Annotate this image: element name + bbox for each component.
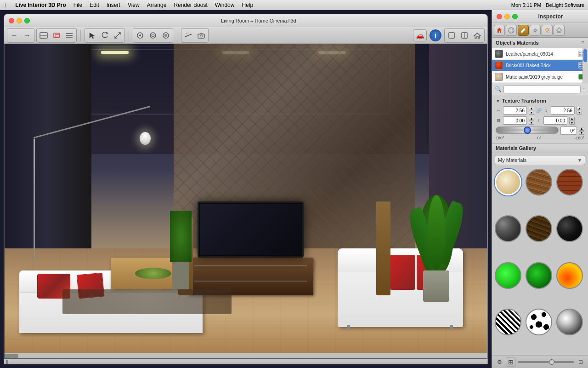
scale-x-down[interactable]: ▼ (529, 111, 534, 115)
window-resize-handle[interactable]: ||| (6, 359, 10, 364)
car-button[interactable]: 🚗 (413, 29, 427, 41)
tt-collapse-icon[interactable]: ▼ (496, 98, 500, 104)
inspector-tab-materials[interactable] (518, 25, 529, 36)
menu-help[interactable]: Help (242, 2, 253, 8)
menu-window[interactable]: Window (215, 2, 235, 8)
menu-arrange[interactable]: Arrange (147, 2, 167, 8)
menu-view[interactable]: View (128, 2, 140, 8)
viewport-3d[interactable] (4, 44, 487, 359)
material-item-brick[interactable]: Brick/001 Baked Brick (492, 60, 588, 71)
viewport-scrollbar[interactable] (5, 353, 487, 358)
select-button[interactable] (86, 29, 98, 41)
inspector-view-button[interactable]: ⊡ (576, 357, 585, 367)
material-item-matte[interactable]: Matte paint/1019 grey beige (492, 71, 588, 83)
point-button[interactable] (134, 29, 146, 41)
filter-input[interactable] (503, 85, 581, 93)
view-3d-button[interactable] (51, 29, 62, 41)
view-list-button[interactable] (63, 29, 75, 41)
scale-x-up[interactable]: ▲ (529, 107, 534, 110)
gallery-item-1[interactable] (495, 169, 521, 196)
inspector-close[interactable] (497, 14, 502, 19)
material-item-leather[interactable]: Leather/pamela_09014 (492, 48, 588, 60)
angle-slider-track[interactable] (496, 126, 559, 134)
dropdown-arrow-icon: ▼ (577, 158, 582, 163)
gallery-item-8[interactable] (526, 262, 552, 289)
offset-y-input[interactable] (543, 116, 567, 125)
inspector-tab-lighting[interactable] (542, 25, 553, 36)
angle-min-label: 180° (496, 136, 504, 140)
gallery-item-10[interactable] (495, 309, 521, 335)
inspector-bottom-bar: ⚙ ⊞ ⊡ (492, 355, 588, 368)
inspector-tab-object[interactable] (506, 25, 517, 36)
gallery-item-5[interactable] (526, 215, 552, 242)
layout-2-button[interactable] (458, 29, 470, 41)
inspector-zoom[interactable] (512, 14, 518, 19)
inspector-add-button[interactable]: ⊞ (506, 357, 516, 367)
layout-1-button[interactable] (446, 29, 458, 41)
gallery-item-3[interactable] (556, 169, 583, 196)
menu-file[interactable]: File (74, 2, 82, 8)
menu-edit[interactable]: Edit (90, 2, 99, 8)
inspector-tab-settings[interactable] (530, 25, 541, 36)
menu-render-boost[interactable]: Render Boost (174, 2, 207, 8)
camera-button[interactable] (195, 29, 207, 41)
apple-menu[interactable]:  (4, 1, 6, 9)
gallery-item-11[interactable] (526, 309, 552, 335)
offset-x-input[interactable] (503, 116, 527, 125)
menu-insert[interactable]: Insert (107, 2, 120, 8)
inspector-tab-scene[interactable] (554, 25, 565, 36)
angle-down[interactable]: ▼ (579, 131, 584, 135)
layout-home-button[interactable] (471, 29, 483, 41)
svg-point-15 (200, 35, 203, 37)
filter-menu[interactable]: ≡ (582, 86, 585, 92)
close-button[interactable] (9, 18, 14, 23)
scale-y-input[interactable] (551, 106, 575, 115)
gallery-item-2[interactable] (526, 169, 552, 196)
offset-y-down[interactable]: ▼ (569, 121, 575, 125)
objects-materials-header: Object's Materials ≡ (492, 38, 588, 48)
scale-x-input[interactable] (503, 106, 527, 115)
materials-list-scrollbar[interactable] (582, 48, 588, 83)
svg-point-11 (152, 34, 154, 37)
offset-y-up[interactable]: ▲ (569, 117, 575, 121)
view-group (36, 28, 77, 43)
gallery-item-6[interactable] (556, 215, 583, 242)
minimize-button[interactable] (17, 18, 22, 23)
gallery-item-12[interactable] (556, 309, 583, 335)
scale-y-up[interactable]: ▲ (577, 107, 582, 110)
app-name[interactable]: Live Interior 3D Pro (15, 2, 66, 8)
viewport-scrollbar-thumb[interactable] (5, 354, 18, 358)
gallery-dropdown[interactable]: My Materials ▼ (495, 155, 585, 165)
back-button[interactable]: ← (8, 29, 20, 41)
orbit-button[interactable] (147, 29, 159, 41)
info-button[interactable]: i (430, 29, 441, 41)
offset-x-down[interactable]: ▼ (529, 121, 534, 125)
scale-y-down[interactable]: ▼ (577, 111, 582, 115)
angle-slider-thumb[interactable] (524, 126, 531, 134)
gallery-item-7[interactable] (495, 262, 521, 289)
link-icon[interactable]: 🔗 (536, 108, 542, 113)
measure-button[interactable] (182, 29, 194, 41)
inspector-settings-button[interactable]: ⚙ (495, 357, 504, 367)
menu-time: Mon 5:11 PM (511, 2, 541, 8)
section-menu-icon[interactable]: ≡ (581, 40, 584, 46)
inspector-minimize[interactable] (504, 14, 510, 19)
inspector-tab-house[interactable] (494, 25, 505, 36)
rotate-button[interactable] (99, 29, 111, 41)
svg-point-10 (150, 33, 156, 38)
forward-button[interactable]: → (21, 29, 33, 41)
inspector-titlebar: Inspector (492, 10, 588, 23)
view-2d-button[interactable] (38, 29, 50, 41)
pan-button[interactable] (160, 29, 172, 41)
angle-value-input[interactable] (560, 126, 577, 135)
offset-x-up[interactable]: ▲ (529, 117, 534, 121)
svg-rect-2 (54, 33, 59, 38)
zoom-slider-thumb[interactable] (549, 359, 554, 365)
angle-up[interactable]: ▲ (579, 127, 584, 131)
materials-scrollbar-thumb[interactable] (583, 49, 587, 62)
zoom-slider-track[interactable] (518, 361, 574, 363)
gallery-item-4[interactable] (495, 215, 521, 242)
scale-button[interactable] (112, 29, 124, 41)
gallery-item-9[interactable] (556, 262, 583, 289)
maximize-button[interactable] (24, 18, 30, 23)
